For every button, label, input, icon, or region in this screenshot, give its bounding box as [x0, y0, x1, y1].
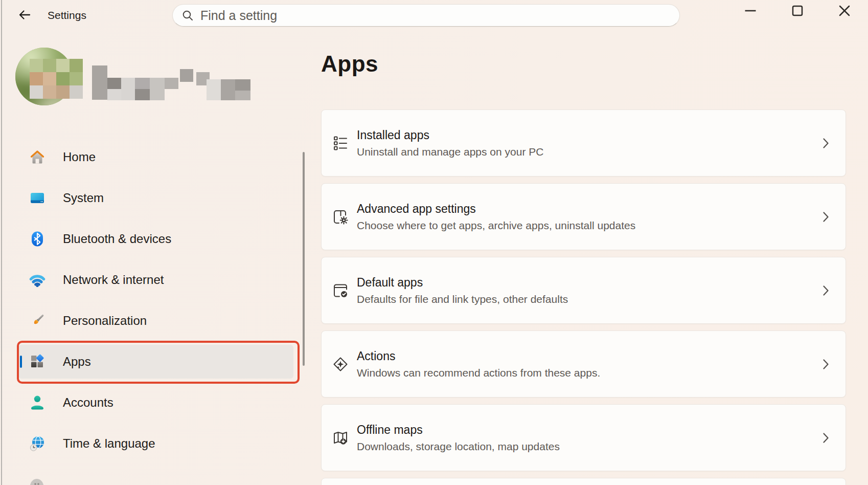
sidebar-item-network-internet[interactable]: Network & internet	[18, 263, 293, 297]
search-box[interactable]	[172, 4, 680, 27]
sidebar-item-system[interactable]: System	[18, 181, 293, 215]
chevron-right-icon	[818, 357, 833, 372]
card-actions[interactable]: Actions Windows can recommend actions fr…	[321, 330, 846, 398]
bluetooth-icon	[28, 230, 47, 248]
card-subtitle: Choose where to get apps, archive apps, …	[357, 219, 635, 232]
network-icon	[28, 271, 47, 289]
sidebar-scrollbar-thumb[interactable]	[303, 152, 305, 366]
card-title: Advanced app settings	[357, 202, 635, 216]
maximize-button[interactable]	[774, 0, 821, 24]
card-title: Default apps	[357, 276, 568, 290]
window-controls	[727, 0, 868, 24]
chevron-right-icon	[818, 209, 833, 225]
offline-maps-icon	[332, 429, 349, 447]
sidebar-nav: Home System Bluetooth & devices Network …	[18, 140, 293, 468]
close-icon	[838, 4, 851, 19]
default-apps-icon	[332, 282, 349, 299]
card-subtitle: Windows can recommend actions from these…	[357, 367, 600, 379]
minimize-icon	[744, 4, 757, 19]
search-icon	[181, 9, 194, 21]
annotation-red-box	[17, 341, 300, 384]
back-button[interactable]	[14, 7, 35, 25]
sidebar-item-home[interactable]: Home	[18, 140, 293, 174]
close-button[interactable]	[821, 0, 868, 24]
settings-card-partial[interactable]	[321, 478, 846, 485]
apps-icon	[28, 352, 47, 371]
avatar-pixelation	[30, 59, 83, 99]
card-subtitle: Downloads, storage location, map updates	[357, 440, 560, 453]
arrow-left-icon	[17, 7, 32, 25]
sidebar-item-personalization[interactable]: Personalization	[18, 304, 293, 338]
actions-icon	[332, 356, 349, 373]
accounts-icon	[28, 393, 47, 412]
minimize-button[interactable]	[727, 0, 774, 24]
maximize-icon	[791, 4, 804, 19]
advanced-app-settings-icon	[332, 208, 349, 226]
sidebar-item-label: Apps	[63, 355, 91, 369]
system-icon	[28, 189, 47, 207]
card-title: Actions	[357, 349, 600, 363]
installed-apps-icon	[332, 135, 349, 152]
chevron-right-icon	[818, 283, 833, 298]
sidebar-item-label: Home	[63, 150, 96, 164]
sidebar-item-label: Network & internet	[63, 273, 164, 287]
card-offline-maps[interactable]: Offline maps Downloads, storage location…	[321, 404, 846, 471]
card-advanced-app-settings[interactable]: Advanced app settings Choose where to ge…	[321, 183, 846, 250]
card-subtitle: Defaults for file and link types, other …	[357, 293, 568, 305]
sidebar-item-label: Personalization	[63, 314, 147, 328]
app-title: Settings	[48, 9, 86, 21]
personalization-icon	[28, 312, 47, 330]
sidebar-item-accounts[interactable]: Accounts	[18, 386, 293, 420]
card-title: Installed apps	[357, 128, 543, 142]
window-left-border	[1, 0, 2, 485]
time-language-icon	[28, 434, 47, 453]
card-title: Offline maps	[357, 423, 560, 437]
sidebar-item-bluetooth-devices[interactable]: Bluetooth & devices	[18, 222, 293, 256]
sidebar-item-label: Time & language	[63, 436, 155, 451]
sidebar-item-apps[interactable]: Apps	[18, 345, 293, 379]
card-default-apps[interactable]: Default apps Defaults for file and link …	[321, 257, 846, 324]
chevron-right-icon	[818, 136, 833, 151]
settings-window: Settings Home System Bl	[0, 0, 868, 485]
sidebar-item-label: Accounts	[63, 395, 113, 410]
sidebar-item-label: System	[63, 191, 104, 205]
search-input[interactable]	[200, 8, 674, 23]
card-subtitle: Uninstall and manage apps on your PC	[357, 146, 543, 158]
gamepad-icon-partial	[27, 477, 47, 485]
page-title: Apps	[321, 51, 378, 77]
sidebar-item-time-language[interactable]: Time & language	[18, 427, 293, 460]
card-installed-apps[interactable]: Installed apps Uninstall and manage apps…	[321, 109, 846, 177]
user-name-redacted	[92, 65, 252, 101]
chevron-right-icon	[818, 430, 833, 446]
home-icon	[28, 148, 47, 166]
settings-cards: Installed apps Uninstall and manage apps…	[321, 109, 846, 485]
sidebar-item-label: Bluetooth & devices	[63, 232, 171, 246]
